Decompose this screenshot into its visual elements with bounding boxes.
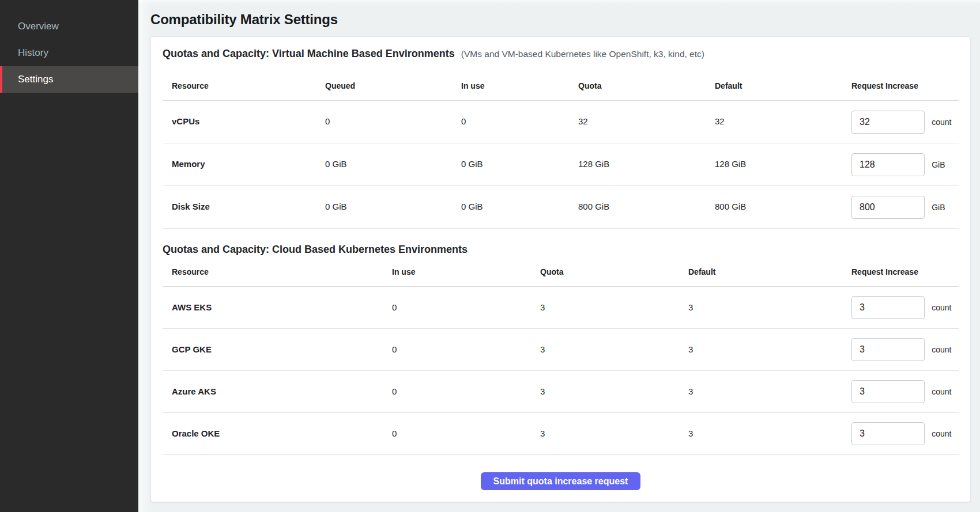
cell-quota: 3 xyxy=(531,371,679,413)
cell-request-increase: count xyxy=(842,371,959,413)
cell-request-increase: count xyxy=(842,101,959,143)
gcp-gke-request-input[interactable] xyxy=(851,338,925,361)
cell-quota: 3 xyxy=(531,329,679,371)
memory-request-input[interactable] xyxy=(851,153,925,176)
table-row-memory: Memory 0 GiB 0 GiB 128 GiB 128 GiB GiB xyxy=(163,143,959,186)
active-item-accent-bar xyxy=(0,66,2,93)
sidebar-item-history[interactable]: History xyxy=(0,40,138,66)
column-header-quota: Quota xyxy=(569,71,706,101)
cell-quota: 3 xyxy=(531,413,679,455)
cell-resource: Disk Size xyxy=(163,186,316,229)
cell-default: 3 xyxy=(679,371,842,413)
cell-quota: 800 GiB xyxy=(569,186,706,229)
sidebar-item-history-label: History xyxy=(18,47,48,58)
cell-in-use: 0 xyxy=(383,371,531,413)
cell-request-increase: count xyxy=(842,287,959,329)
cell-in-use: 0 xyxy=(383,329,531,371)
cell-queued: 0 GiB xyxy=(316,143,452,186)
table-row-disk-size: Disk Size 0 GiB 0 GiB 800 GiB 800 GiB Gi… xyxy=(163,186,959,229)
unit-label: GiB xyxy=(932,203,945,212)
cell-default: 3 xyxy=(679,413,842,455)
cell-request-increase: GiB xyxy=(842,143,959,186)
unit-label: count xyxy=(932,303,951,312)
column-header-resource: Resource xyxy=(163,71,316,101)
cell-default: 32 xyxy=(706,101,842,143)
unit-label: count xyxy=(932,387,951,396)
vm-table-header-row: Resource Queued In use Quota Default Req… xyxy=(163,71,959,101)
cell-request-increase: count xyxy=(842,329,959,371)
column-header-queued: Queued xyxy=(316,71,452,101)
cell-in-use: 0 xyxy=(383,413,531,455)
main-content: Compatibility Matrix Settings Quotas and… xyxy=(138,0,980,512)
sidebar-nav: Overview History Settings xyxy=(0,13,138,93)
vcpus-request-input[interactable] xyxy=(851,111,925,134)
oracle-oke-request-input[interactable] xyxy=(851,422,925,445)
cloud-table-header-row: Resource In use Quota Default Request In… xyxy=(163,257,959,287)
table-row-gcp-gke: GCP GKE 0 3 3 count xyxy=(163,329,959,371)
unit-label: GiB xyxy=(932,160,945,169)
column-header-default: Default xyxy=(706,71,842,101)
cell-default: 128 GiB xyxy=(706,143,842,186)
cell-resource: vCPUs xyxy=(163,101,316,143)
cell-resource: AWS EKS xyxy=(163,287,383,329)
azure-aks-request-input[interactable] xyxy=(851,380,925,403)
sidebar-item-settings[interactable]: Settings xyxy=(0,66,138,93)
cell-resource: GCP GKE xyxy=(163,329,383,371)
column-header-resource: Resource xyxy=(163,257,383,287)
vm-section-title-text: Quotas and Capacity: Virtual Machine Bas… xyxy=(163,48,455,59)
cloud-quota-table: Resource In use Quota Default Request In… xyxy=(163,257,959,455)
column-header-default: Default xyxy=(679,257,842,287)
cell-in-use: 0 xyxy=(452,101,569,143)
settings-card: Quotas and Capacity: Virtual Machine Bas… xyxy=(150,36,971,502)
column-header-in-use: In use xyxy=(452,71,569,101)
column-header-quota: Quota xyxy=(531,257,679,287)
column-header-in-use: In use xyxy=(383,257,531,287)
page-title: Compatibility Matrix Settings xyxy=(150,10,971,29)
unit-label: count xyxy=(932,345,951,354)
cell-request-increase: GiB xyxy=(842,186,959,229)
vm-quota-table: Resource Queued In use Quota Default Req… xyxy=(163,71,959,229)
cell-default: 3 xyxy=(679,329,842,371)
cloud-section-title: Quotas and Capacity: Cloud Based Kuberne… xyxy=(163,242,959,256)
cell-in-use: 0 xyxy=(383,287,531,329)
table-row-aws-eks: AWS EKS 0 3 3 count xyxy=(163,287,959,329)
unit-label: count xyxy=(932,429,951,438)
sidebar-item-overview-label: Overview xyxy=(18,21,59,32)
cell-resource: Memory xyxy=(163,143,316,186)
unit-label: count xyxy=(932,117,951,127)
cell-default: 3 xyxy=(679,287,842,329)
cell-queued: 0 GiB xyxy=(316,186,452,229)
card-footer: Submit quota increase request xyxy=(163,455,959,490)
cloud-section-title-text: Quotas and Capacity: Cloud Based Kuberne… xyxy=(163,244,468,255)
disk-size-request-input[interactable] xyxy=(851,196,925,219)
table-row-azure-aks: Azure AKS 0 3 3 count xyxy=(163,371,959,413)
cell-resource: Oracle OKE xyxy=(163,413,383,455)
submit-quota-button[interactable]: Submit quota increase request xyxy=(481,472,641,490)
vm-section-title: Quotas and Capacity: Virtual Machine Bas… xyxy=(163,47,959,61)
aws-eks-request-input[interactable] xyxy=(851,296,925,319)
sidebar-item-settings-label: Settings xyxy=(18,74,53,85)
cell-in-use: 0 GiB xyxy=(452,186,569,229)
cell-default: 800 GiB xyxy=(706,186,842,229)
sidebar: Overview History Settings xyxy=(0,0,138,512)
cell-queued: 0 xyxy=(316,101,452,143)
cell-quota: 128 GiB xyxy=(569,143,706,186)
cell-request-increase: count xyxy=(842,413,959,455)
cell-in-use: 0 GiB xyxy=(452,143,569,186)
table-row-vcpus: vCPUs 0 0 32 32 count xyxy=(163,101,959,143)
column-header-request-increase: Request Increase xyxy=(842,257,959,287)
column-header-request-increase: Request Increase xyxy=(842,71,959,101)
cell-resource: Azure AKS xyxy=(163,371,383,413)
cell-quota: 32 xyxy=(569,101,706,143)
table-row-oracle-oke: Oracle OKE 0 3 3 count xyxy=(163,413,959,455)
vm-section-subtitle: (VMs and VM-based Kubernetes like OpenSh… xyxy=(461,49,704,59)
cell-quota: 3 xyxy=(531,287,679,329)
sidebar-item-overview[interactable]: Overview xyxy=(0,13,138,40)
